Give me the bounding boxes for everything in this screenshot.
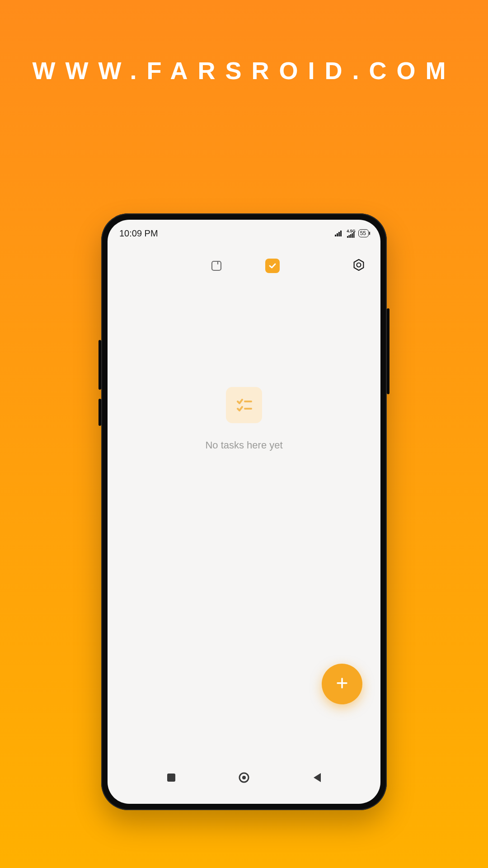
- circle-icon: [238, 772, 250, 785]
- signal-icon: [335, 230, 344, 236]
- svg-rect-8: [353, 232, 355, 238]
- power-button: [387, 308, 389, 394]
- status-time: 10:09 PM: [119, 228, 158, 239]
- battery-indicator: 55: [358, 229, 369, 237]
- check-icon: [268, 261, 277, 270]
- empty-tasks-icon: [226, 387, 262, 423]
- plus-icon: [334, 675, 350, 693]
- add-task-button[interactable]: [322, 664, 362, 704]
- status-bar: 10:09 PM 4.5G: [108, 223, 380, 243]
- svg-rect-1: [337, 233, 338, 236]
- empty-state-text: No tasks here yet: [205, 439, 282, 451]
- nav-recents-button[interactable]: [162, 769, 180, 788]
- triangle-back-icon: [312, 772, 322, 785]
- square-icon: [166, 773, 176, 784]
- svg-rect-0: [335, 235, 336, 236]
- svg-rect-5: [348, 235, 350, 238]
- svg-rect-3: [340, 231, 342, 236]
- svg-point-18: [242, 776, 246, 779]
- svg-rect-6: [350, 234, 352, 238]
- svg-rect-7: [352, 233, 353, 238]
- note-icon: [210, 259, 223, 272]
- nav-back-button[interactable]: [308, 769, 326, 788]
- volume-up-button: [99, 340, 101, 390]
- status-network: 4.5G: [347, 229, 356, 238]
- phone-screen: 10:09 PM 4.5G: [108, 220, 380, 804]
- tab-tasks[interactable]: [265, 259, 280, 273]
- data-signal-icon: [347, 232, 355, 238]
- top-tab-bar: [108, 258, 380, 274]
- tab-notes[interactable]: [208, 258, 225, 274]
- settings-button[interactable]: [351, 258, 367, 274]
- nav-home-button[interactable]: [235, 769, 253, 788]
- svg-marker-10: [354, 259, 364, 270]
- watermark-text: WWW.FARSROID.COM: [33, 57, 456, 85]
- battery-level: 55: [360, 230, 366, 236]
- main-content: No tasks here yet: [108, 274, 380, 763]
- android-nav-bar: [108, 763, 380, 804]
- svg-point-11: [357, 263, 361, 267]
- svg-rect-2: [338, 232, 340, 236]
- svg-rect-4: [347, 236, 348, 238]
- phone-frame: 10:09 PM 4.5G: [101, 213, 387, 810]
- volume-down-button: [99, 399, 101, 426]
- status-right: 4.5G 55: [335, 229, 369, 238]
- gear-icon: [352, 258, 366, 274]
- svg-rect-9: [212, 261, 221, 270]
- svg-rect-16: [167, 774, 175, 782]
